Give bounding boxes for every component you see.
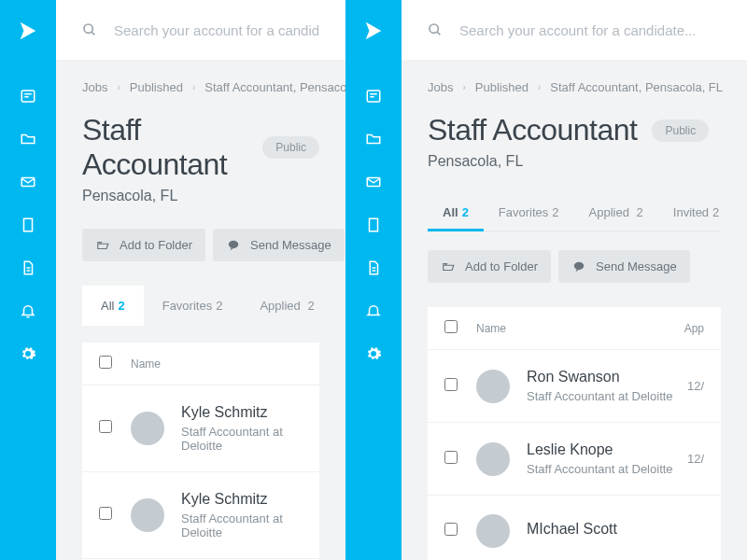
page-title: Staff Accountant	[428, 113, 637, 147]
search-icon	[428, 22, 443, 37]
tab-all[interactable]: All2	[82, 286, 144, 326]
add-to-folder-button[interactable]: Add to Folder	[82, 229, 205, 261]
row-checkbox[interactable]	[444, 451, 458, 464]
table-header: Name	[82, 343, 319, 385]
document-icon[interactable]	[20, 259, 36, 276]
column-app[interactable]: App	[657, 322, 704, 335]
mail-icon[interactable]	[365, 174, 382, 190]
svg-point-12	[84, 24, 92, 33]
search-bar	[56, 0, 345, 60]
add-to-folder-button[interactable]: Add to Folder	[428, 250, 551, 283]
candidate-name: MIchael Scott	[527, 521, 704, 538]
search-input[interactable]	[114, 22, 319, 38]
table-row[interactable]: Ron Swanson Staff Accountant at Deloitte…	[428, 350, 721, 423]
tab-im[interactable]: Im	[734, 194, 747, 231]
avatar	[131, 412, 164, 445]
candidate-date: 12/	[687, 452, 704, 466]
column-name[interactable]: Name	[131, 357, 303, 371]
select-all-checkbox[interactable]	[444, 320, 458, 333]
sidebar	[0, 0, 56, 560]
breadcrumb: Jobs › Published › Staff Accountant, Pen…	[82, 80, 319, 94]
app-logo[interactable]	[363, 21, 384, 41]
folder-open-icon	[441, 260, 456, 273]
page-subtitle: Pensacola, FL	[428, 153, 721, 170]
svg-point-24	[574, 261, 585, 269]
button-label: Add to Folder	[465, 259, 538, 273]
visibility-badge: Public	[262, 136, 319, 159]
folder-icon[interactable]	[365, 131, 382, 147]
table-header: Name App	[428, 307, 721, 350]
mail-icon[interactable]	[20, 174, 36, 190]
tab-invited[interactable]: Invited2	[658, 194, 735, 231]
avatar	[476, 370, 510, 403]
bell-icon[interactable]	[20, 302, 36, 319]
chat-icon	[226, 239, 241, 252]
breadcrumb: Jobs › Published › Staff Accountant, Pen…	[428, 80, 721, 94]
visibility-badge: Public	[652, 119, 709, 142]
document-icon[interactable]	[365, 259, 382, 276]
button-label: Send Message	[596, 259, 677, 273]
tab-applied[interactable]: Applied 2	[574, 194, 658, 231]
breadcrumb-item[interactable]: Staff Accountant, Pensacola, FL	[550, 80, 723, 94]
chevron-right-icon: ›	[117, 82, 120, 92]
candidate-name: Kyle Schmitz	[181, 404, 303, 421]
gear-icon[interactable]	[20, 345, 36, 362]
send-message-button[interactable]: Send Message	[213, 229, 345, 261]
page-subtitle: Pensacola, FL	[82, 188, 319, 204]
folder-icon[interactable]	[20, 131, 36, 147]
svg-point-14	[229, 240, 239, 247]
svg-rect-4	[24, 218, 33, 231]
candidate-date: 12/	[687, 379, 704, 393]
page-title: Staff Accountant	[82, 113, 247, 182]
building-icon[interactable]	[365, 217, 382, 233]
tab-favorites[interactable]: Favorites2	[144, 286, 242, 326]
news-icon[interactable]	[365, 88, 382, 105]
sidebar	[345, 0, 402, 560]
svg-line-13	[92, 32, 94, 35]
button-label: Add to Folder	[120, 238, 192, 252]
chevron-right-icon: ›	[538, 82, 541, 92]
breadcrumb-item[interactable]: Jobs	[428, 80, 453, 94]
search-input[interactable]	[459, 22, 721, 38]
table-row[interactable]: Kyle Schmitz Staff Accountant at Deloitt…	[82, 472, 319, 559]
candidate-title: Staff Accountant at Deloitte	[527, 462, 687, 476]
building-icon[interactable]	[20, 217, 36, 233]
folder-open-icon	[95, 239, 110, 252]
svg-rect-19	[370, 218, 378, 231]
table-row[interactable]: Leslie Knope Staff Accountant at Deloitt…	[428, 423, 721, 496]
search-icon	[82, 22, 97, 37]
chat-icon	[571, 260, 586, 273]
select-all-checkbox[interactable]	[99, 356, 112, 369]
bell-icon[interactable]	[365, 302, 382, 319]
tab-applied[interactable]: Applied 2	[241, 286, 332, 326]
table-row[interactable]: Kyle Schmitz Staff Accountant at Deloitt…	[82, 385, 319, 472]
svg-line-23	[437, 32, 440, 35]
breadcrumb-item[interactable]: Published	[475, 80, 529, 94]
tab-favorites[interactable]: Favorites2	[484, 194, 574, 231]
candidate-name: Leslie Knope	[527, 441, 687, 458]
row-checkbox[interactable]	[99, 420, 112, 433]
row-checkbox[interactable]	[444, 378, 458, 391]
search-bar	[402, 0, 747, 60]
svg-point-22	[430, 24, 438, 33]
column-name[interactable]: Name	[476, 322, 657, 335]
news-icon[interactable]	[20, 88, 36, 105]
send-message-button[interactable]: Send Message	[558, 250, 690, 283]
candidate-title: Staff Accountant at Deloitte	[181, 511, 303, 539]
chevron-right-icon: ›	[462, 82, 465, 92]
avatar	[131, 498, 164, 532]
row-checkbox[interactable]	[99, 507, 112, 520]
breadcrumb-item[interactable]: Published	[130, 80, 183, 94]
tab-all[interactable]: All2	[428, 194, 484, 231]
table-row[interactable]: MIchael Scott	[428, 496, 721, 560]
candidates-table: Name App Ron Swanson Staff Accountant at…	[428, 307, 721, 560]
chevron-right-icon: ›	[192, 82, 195, 92]
candidate-title: Staff Accountant at Deloitte	[527, 389, 687, 403]
button-label: Send Message	[250, 238, 331, 252]
gear-icon[interactable]	[365, 345, 382, 362]
breadcrumb-item[interactable]: Jobs	[82, 80, 107, 94]
candidate-name: Kyle Schmitz	[181, 491, 303, 508]
candidate-name: Ron Swanson	[527, 369, 687, 385]
app-logo[interactable]	[18, 21, 38, 41]
row-checkbox[interactable]	[444, 523, 458, 536]
